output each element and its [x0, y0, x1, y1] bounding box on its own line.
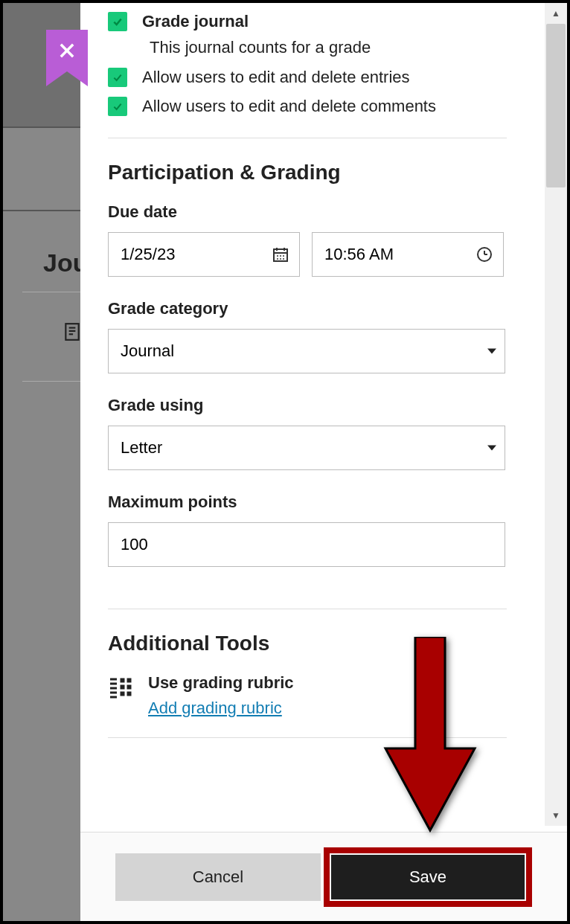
- close-icon: [57, 40, 77, 61]
- close-panel-button[interactable]: [46, 30, 88, 71]
- section-divider: [108, 138, 507, 138]
- grade-using-select[interactable]: Letter: [108, 426, 505, 470]
- chevron-down-icon: [487, 349, 496, 354]
- check-icon: [112, 71, 124, 83]
- check-icon: [112, 16, 124, 28]
- panel-footer: Cancel Save: [80, 832, 567, 921]
- svg-rect-26: [121, 685, 125, 690]
- rubric-label: Use grading rubric: [148, 673, 294, 693]
- edit-entries-label: Allow users to edit and delete entries: [142, 65, 410, 89]
- rubric-icon: [108, 673, 135, 705]
- background-underline: [22, 292, 80, 292]
- grade-category-value: Journal: [121, 341, 174, 361]
- edit-entries-checkbox[interactable]: [108, 68, 127, 87]
- grade-journal-description: This journal counts for a grade: [150, 38, 510, 57]
- svg-point-8: [277, 255, 278, 257]
- scrollbar-down-button[interactable]: ▼: [545, 805, 567, 826]
- due-date-label: Due date: [108, 202, 510, 222]
- background-document-icon: [63, 321, 82, 347]
- grade-category-label: Grade category: [108, 299, 510, 318]
- grade-journal-label: Grade journal: [142, 9, 249, 33]
- scrollbar-up-button[interactable]: ▲: [545, 3, 567, 24]
- svg-rect-25: [127, 678, 132, 683]
- calendar-icon[interactable]: [272, 246, 289, 263]
- svg-rect-27: [127, 685, 132, 690]
- grade-using-value: Letter: [121, 438, 162, 458]
- grade-category-select[interactable]: Journal: [108, 329, 505, 373]
- grade-journal-checkbox[interactable]: [108, 12, 127, 31]
- svg-point-11: [277, 258, 278, 260]
- svg-point-9: [280, 255, 281, 257]
- save-button[interactable]: Save: [331, 855, 525, 899]
- participation-section-title: Participation & Grading: [108, 161, 510, 185]
- svg-rect-29: [127, 692, 132, 696]
- max-points-label: Maximum points: [108, 493, 510, 512]
- clock-icon[interactable]: [475, 246, 493, 263]
- scrollbar-thumb[interactable]: [546, 24, 566, 187]
- svg-point-10: [283, 255, 284, 257]
- svg-rect-24: [121, 678, 125, 683]
- section-divider: [108, 609, 507, 609]
- add-rubric-link[interactable]: Add grading rubric: [148, 699, 282, 717]
- annotation-arrow: [378, 637, 482, 848]
- chevron-down-icon: [487, 446, 496, 451]
- cancel-button[interactable]: Cancel: [115, 853, 321, 901]
- svg-rect-28: [121, 692, 125, 696]
- grade-using-label: Grade using: [108, 396, 510, 415]
- edit-comments-checkbox[interactable]: [108, 97, 127, 116]
- background-divider: [3, 126, 80, 128]
- save-button-highlight: Save: [324, 847, 532, 907]
- background-divider: [22, 381, 80, 382]
- svg-point-12: [280, 258, 281, 260]
- max-points-input[interactable]: [108, 522, 505, 567]
- check-icon: [112, 100, 124, 112]
- svg-point-13: [283, 258, 284, 260]
- background-divider: [3, 210, 80, 211]
- edit-comments-label: Allow users to edit and delete comments: [142, 94, 436, 118]
- background-gray: [3, 3, 80, 921]
